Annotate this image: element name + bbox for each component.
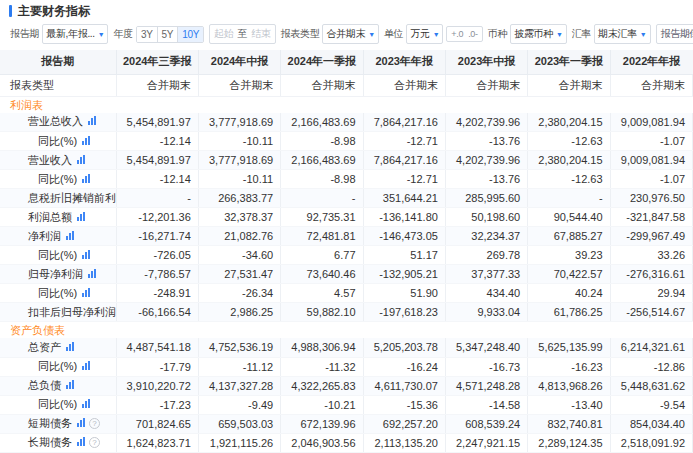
metric-value: 72,481.81 xyxy=(281,227,363,246)
table-row: 同比(%)-17.23-9.49-10.21-15.36-14.58-13.40… xyxy=(0,395,693,414)
metric-value: 9,009,081.94 xyxy=(610,151,692,170)
bar-chart-icon[interactable] xyxy=(77,212,85,221)
metric-value: 230,976.50 xyxy=(610,189,692,208)
report-period-group: 报告期 最新,年报... ▼ xyxy=(10,24,108,44)
date-range-input[interactable]: 起始 至 结束 xyxy=(209,24,276,44)
metric-value: -7,786.57 xyxy=(116,265,198,284)
metric-label: 利润总额 xyxy=(28,211,72,223)
column-header-period[interactable]: 2022年年报 xyxy=(610,50,692,74)
chevron-down-icon: ▼ xyxy=(368,31,375,38)
range-start-placeholder[interactable]: 起始 xyxy=(214,27,233,41)
bar-chart-icon[interactable] xyxy=(82,250,90,259)
bar-chart-icon[interactable] xyxy=(88,116,96,125)
metric-value: -17.23 xyxy=(116,395,198,414)
metric-value: 4,813,968.26 xyxy=(528,376,610,395)
metric-value: -12.63 xyxy=(528,170,610,189)
section-label: 利润表 xyxy=(0,96,693,113)
bar-chart-icon[interactable] xyxy=(82,174,90,183)
table-row: 归母净利润-7,786.5727,531.4773,640.46-132,905… xyxy=(0,265,693,284)
metric-value: -8.98 xyxy=(281,132,363,151)
metric-value: -16,271.74 xyxy=(116,227,198,246)
metric-value: -10.11 xyxy=(198,132,280,151)
table-row: 同比(%)-12.14-10.11-8.98-12.71-13.76-12.63… xyxy=(0,132,693,151)
metric-value: 2,113,135.20 xyxy=(363,433,445,452)
page-title: 主要财务指标 xyxy=(18,3,90,20)
metric-label-cell: 总资产 xyxy=(0,338,116,357)
metric-value: 854,034.40 xyxy=(610,414,692,433)
column-header-period[interactable]: 2024年三季报 xyxy=(116,50,198,74)
metric-value: 2,289,124.35 xyxy=(528,433,610,452)
metric-label: 净利润 xyxy=(28,230,61,242)
metric-value: 2,166,483.69 xyxy=(281,113,363,132)
year-button-3y[interactable]: 3Y xyxy=(137,27,157,42)
year-button-5y[interactable]: 5Y xyxy=(157,27,178,42)
metric-value: -12.14 xyxy=(116,170,198,189)
metric-label: 长期债务 xyxy=(28,436,72,448)
bar-chart-icon[interactable] xyxy=(66,342,74,351)
decimal-increase-icon[interactable]: +.0 xyxy=(451,29,463,39)
table-row: 总资产4,487,541.184,752,536.194,988,306.945… xyxy=(0,338,693,357)
report-type-select[interactable]: 合并期末 ▼ xyxy=(322,24,378,44)
metric-value: 39.23 xyxy=(528,246,610,265)
report-type-group: 报表类型 合并期末 ▼ xyxy=(281,24,379,44)
bar-chart-icon[interactable] xyxy=(77,418,85,427)
currency-label: 币种 xyxy=(488,27,507,41)
metric-label: 同比(%) xyxy=(38,173,77,185)
metric-value: -16.24 xyxy=(363,357,445,376)
help-icon[interactable]: ? xyxy=(89,418,100,429)
metric-value: 21,082.76 xyxy=(198,227,280,246)
unit-select[interactable]: 万元 ▼ xyxy=(406,24,443,44)
help-icon[interactable]: ? xyxy=(89,437,100,448)
metric-value: -26.34 xyxy=(198,284,280,303)
metric-label-cell: 营业收入 xyxy=(0,151,116,170)
exchange-rate-select[interactable]: 期末汇率 ▼ xyxy=(594,24,650,44)
metric-label-cell: 短期债务? xyxy=(0,414,116,433)
table-row: 同比(%)-17.79-11.12-11.32-16.24-16.73-16.2… xyxy=(0,357,693,376)
bar-chart-icon[interactable] xyxy=(82,136,90,145)
metric-label: 总资产 xyxy=(28,341,61,353)
metric-value: 29.94 xyxy=(610,284,692,303)
metric-value: 434.40 xyxy=(445,284,527,303)
bar-chart-icon[interactable] xyxy=(82,361,90,370)
metric-value: 2,380,204.15 xyxy=(528,113,610,132)
decimal-decrease-icon[interactable]: .0- xyxy=(468,29,478,39)
bar-chart-icon[interactable] xyxy=(88,269,96,278)
bar-chart-icon[interactable] xyxy=(77,437,85,446)
column-header-period[interactable]: 2024年中报 xyxy=(198,50,280,74)
metric-value: -12.71 xyxy=(363,132,445,151)
chevron-down-icon: ▼ xyxy=(640,31,647,38)
report-type-label: 报表类型 xyxy=(281,27,320,41)
exchange-rate-label: 汇率 xyxy=(572,27,591,41)
table-row: 息税折旧摊销前利润?-266,383.77-351,644.21285,995.… xyxy=(0,189,693,208)
bar-chart-icon[interactable] xyxy=(82,399,90,408)
metric-value: - xyxy=(116,189,198,208)
report-period-select[interactable]: 最新,年报... ▼ xyxy=(42,24,108,44)
year-button-group: 3Y 5Y 10Y xyxy=(136,26,204,43)
metric-label-cell: 营业总收入 xyxy=(0,113,116,132)
column-header-period[interactable]: 2024年一季报 xyxy=(281,50,363,74)
column-header-period[interactable]: 2023年一季报 xyxy=(528,50,610,74)
unit-label: 单位 xyxy=(384,27,403,41)
metric-value: - xyxy=(281,189,363,208)
metric-value: 9,009,081.94 xyxy=(610,113,692,132)
title-bar: 主要财务指标 xyxy=(0,0,693,20)
sort-order-button[interactable]: 报告期倒序 ↓ xyxy=(656,24,693,44)
metric-value: -34.60 xyxy=(198,246,280,265)
bar-chart-icon[interactable] xyxy=(82,288,90,297)
column-header-period[interactable]: 2023年年报 xyxy=(363,50,445,74)
range-end-placeholder[interactable]: 结束 xyxy=(251,27,270,41)
column-header-report-period[interactable]: 报告期 xyxy=(0,50,116,74)
metric-label: 同比(%) xyxy=(38,135,77,147)
year-button-10y[interactable]: 10Y xyxy=(177,27,203,42)
metric-value: -146,473.05 xyxy=(363,227,445,246)
bar-chart-icon[interactable] xyxy=(77,155,85,164)
table-body: 利润表营业总收入5,454,891.973,777,918.692,166,48… xyxy=(0,96,693,453)
table-row: 净利润-16,271.7421,082.7672,481.81-146,473.… xyxy=(0,227,693,246)
metric-value: 73,640.46 xyxy=(281,265,363,284)
metric-value: 3,910,220.72 xyxy=(116,376,198,395)
currency-select[interactable]: 披露币种 ▼ xyxy=(510,24,566,44)
metric-value: 2,166,483.69 xyxy=(281,151,363,170)
column-header-period[interactable]: 2023年中报 xyxy=(445,50,527,74)
bar-chart-icon[interactable] xyxy=(66,231,74,240)
bar-chart-icon[interactable] xyxy=(66,380,74,389)
